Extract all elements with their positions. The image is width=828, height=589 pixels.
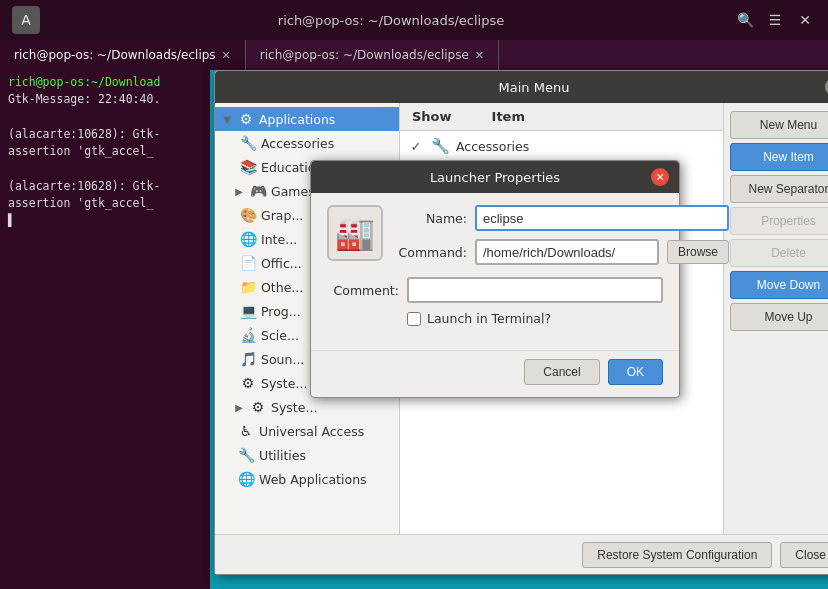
tab-1[interactable]: rich@pop-os: ~/Downloads/eclips ✕ [0,40,246,70]
system2-icon: ⚙ [249,398,267,416]
move-down-button[interactable]: Move Down [730,271,828,299]
launcher-icon: 🏭 [335,214,375,252]
science-icon: 🔬 [239,326,257,344]
graphics-label: Grap... [261,208,303,223]
main-menu-footer: Restore System Configuration Close [215,534,828,574]
sound-icon: 🎵 [239,350,257,368]
accessories-icon: 🔧 [239,134,257,152]
office-icon: 📄 [239,254,257,272]
terminal-topbar: A rich@pop-os: ~/Downloads/eclipse 🔍 ☰ ✕ [0,0,828,40]
expand-games: ▶ [233,186,245,197]
universal-label: Universal Access [259,424,364,439]
tree-item-accessories[interactable]: 🔧 Accessories [215,131,399,155]
label-accessories: Accessories [456,139,715,154]
other-label: Othe... [261,280,303,295]
launcher-fields: Name: Command: Browse [395,205,729,265]
expand-system2: ▶ [233,402,245,413]
terminal-window-controls: 🔍 ☰ ✕ [734,9,828,31]
new-menu-button[interactable]: New Menu [730,111,828,139]
name-input[interactable] [475,205,729,231]
restore-button[interactable]: Restore System Configuration [582,542,772,568]
webapps-label: Web Applications [259,472,367,487]
cancel-button[interactable]: Cancel [524,359,599,385]
utilities-icon: 🔧 [237,446,255,464]
launcher-body: 🏭 Name: Command: Browse Comment: [311,193,679,350]
launcher-titlebar: Launcher Properties ✕ [311,161,679,193]
menu-button[interactable]: ☰ [764,9,786,31]
tab-2[interactable]: rich@pop-os: ~/Downloads/eclipse ✕ [246,40,499,70]
launcher-title: Launcher Properties [323,170,667,185]
terminal-line-5: assertion 'gtk_accel_ [8,143,202,160]
command-label: Command: [395,245,467,260]
terminal-line-7: (alacarte:10628): Gtk- [8,178,202,195]
terminal-checkbox-row: Launch in Terminal? [327,311,663,326]
webapps-icon: 🌐 [237,470,255,488]
close-button[interactable]: Close [780,542,828,568]
terminal-content: rich@pop-os:~/Download Gtk-Message: 22:4… [0,70,210,589]
name-row: Name: [395,205,729,231]
expand-applications: ▼ [221,114,233,125]
games-label: Games [271,184,315,199]
main-menu-title: Main Menu [227,80,828,95]
education-icon: 📚 [239,158,257,176]
tab-1-close[interactable]: ✕ [222,49,231,62]
launcher-close-btn[interactable]: ✕ [651,168,669,186]
ok-button[interactable]: OK [608,359,663,385]
show-item-header: Show Item [400,103,723,131]
tab-2-label: rich@pop-os: ~/Downloads/eclipse [260,48,469,62]
new-item-button[interactable]: New Item [730,143,828,171]
tree-item-applications[interactable]: ▼ ⚙ Applications [215,107,399,131]
sound-label: Soun... [261,352,304,367]
other-icon: 📁 [239,278,257,296]
main-menu-titlebar: Main Menu ✕ [215,71,828,103]
list-item-accessories[interactable]: ✓ 🔧 Accessories [400,133,723,159]
terminal-line-1: rich@pop-os:~/Download [8,74,202,91]
right-buttons-panel: New Menu New Item New Separator Properti… [723,103,828,534]
terminal-line-8: assertion 'gtk_accel_ [8,195,202,212]
tab-2-close[interactable]: ✕ [475,49,484,62]
launcher-top: 🏭 Name: Command: Browse [327,205,663,265]
applications-icon: ⚙ [237,110,255,128]
terminal-tabs: rich@pop-os: ~/Downloads/eclips ✕ rich@p… [0,40,828,70]
tree-item-utilities[interactable]: ▶ 🔧 Utilities [215,443,399,467]
search-button[interactable]: 🔍 [734,9,756,31]
launcher-icon-box[interactable]: 🏭 [327,205,383,261]
utilities-label: Utilities [259,448,306,463]
launcher-footer: Cancel OK [311,350,679,397]
comment-label: Comment: [327,283,399,298]
close-button[interactable]: ✕ [794,9,816,31]
item-label: Item [492,109,525,124]
terminal-checkbox-label: Launch in Terminal? [427,311,551,326]
comment-row: Comment: [327,277,663,303]
terminal-title: rich@pop-os: ~/Downloads/eclipse [48,13,734,28]
internet-icon: 🌐 [239,230,257,248]
terminal-line-6 [8,160,202,177]
terminal-line-4: (alacarte:10628): Gtk- [8,126,202,143]
terminal-line-2: Gtk-Message: 22:40:40. [8,91,202,108]
launcher-dialog: Launcher Properties ✕ 🏭 Name: Command: B… [310,160,680,398]
delete-button[interactable]: Delete [730,239,828,267]
graphics-icon: 🎨 [239,206,257,224]
show-label: Show [412,109,452,124]
system-icon: ⚙ [239,374,257,392]
comment-input[interactable] [407,277,663,303]
universal-icon: ♿ [237,422,255,440]
terminal-line-9: ▌ [8,212,202,229]
science-label: Scie... [261,328,299,343]
tree-item-system2[interactable]: ▶ ⚙ Syste... [215,395,399,419]
office-label: Offic... [261,256,302,271]
tab-1-label: rich@pop-os: ~/Downloads/eclips [14,48,216,62]
command-input[interactable] [475,239,659,265]
tree-item-universal[interactable]: ▶ ♿ Universal Access [215,419,399,443]
terminal-logo: A [0,6,48,34]
properties-button[interactable]: Properties [730,207,828,235]
tree-item-webapps[interactable]: ▶ 🌐 Web Applications [215,467,399,491]
new-separator-button[interactable]: New Separator [730,175,828,203]
name-label: Name: [395,211,467,226]
terminal-checkbox[interactable] [407,312,421,326]
move-up-button[interactable]: Move Up [730,303,828,331]
command-row: Command: Browse [395,239,729,265]
applications-label: Applications [259,112,335,127]
check-accessories: ✓ [408,139,424,154]
browse-button[interactable]: Browse [667,240,729,264]
